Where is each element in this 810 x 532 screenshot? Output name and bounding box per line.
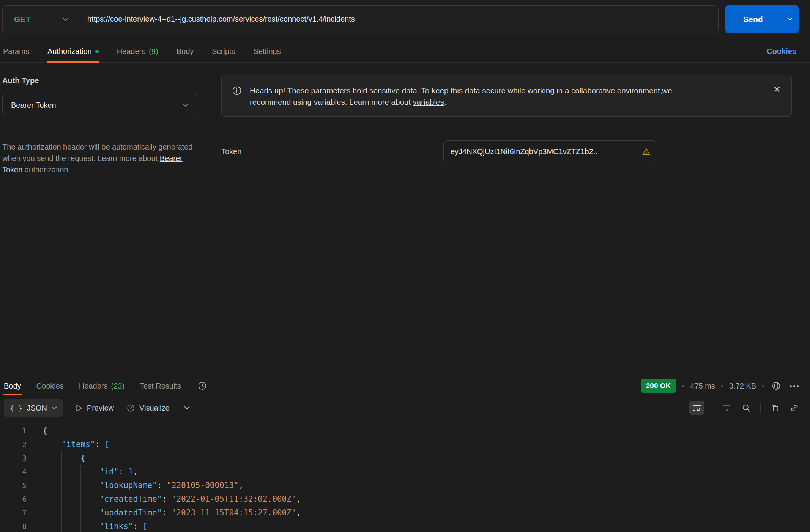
more-options-icon[interactable] [788, 384, 800, 389]
request-editor: Auth Type Bearer Token The authorization… [0, 63, 810, 375]
auth-type-select[interactable]: Bearer Token [2, 94, 197, 116]
method-selector[interactable]: GET [3, 6, 79, 33]
tab-response-cookies[interactable]: Cookies [36, 375, 64, 397]
banner-text: Heads up! These parameters hold sensitiv… [250, 85, 761, 107]
send-button[interactable]: Send [725, 5, 781, 33]
tab-params[interactable]: Params [3, 41, 29, 62]
format-label: JSON [27, 404, 47, 412]
line-number: 5 [0, 478, 27, 492]
line-number: 6 [0, 492, 27, 506]
tab-label: Params [3, 47, 29, 56]
code-line: 6"createdTime": "2022-01-05T11:32:02.000… [0, 492, 810, 506]
viewer-right-tools [689, 401, 800, 415]
tab-label: Authorization [47, 47, 92, 56]
line-number: 8 [0, 519, 27, 532]
auth-description: The authorization header will be automat… [2, 141, 197, 175]
tab-label: Body [4, 382, 21, 390]
ellipsis-dots [790, 385, 799, 387]
send-button-group: Send [725, 5, 799, 33]
headers-count: (9) [149, 47, 158, 56]
banner-line2: recommend using variables. Learn more ab… [250, 98, 413, 106]
response-time: 475 ms [690, 382, 715, 390]
line-number: 3 [0, 451, 27, 465]
token-input[interactable]: eyJ4NXQjUzI1NiI6InZqbVp3MC1vZTZ1b2.. [443, 140, 656, 162]
response-viewer-toolbar: { } JSON Preview Visualize [0, 397, 810, 419]
visualize-button[interactable]: Visualize [127, 404, 170, 412]
variables-link[interactable]: variables [413, 98, 444, 106]
chevron-down-icon [63, 17, 69, 21]
line-number: 7 [0, 506, 27, 519]
line-number: 4 [0, 465, 27, 478]
tab-label: Test Results [140, 382, 181, 390]
tab-label: Cookies [36, 382, 64, 390]
tab-test-results[interactable]: Test Results [140, 375, 181, 397]
chevron-down-icon [52, 406, 57, 410]
preview-label: Preview [87, 404, 114, 412]
tab-response-headers[interactable]: Headers (23) [79, 375, 124, 397]
request-bar: GET Send [0, 0, 810, 33]
modified-dot [95, 50, 99, 53]
tab-headers[interactable]: Headers (9) [117, 41, 158, 62]
status-badge: 200 OK [641, 379, 676, 393]
code-line: 7"updatedTime": "2023-11-15T04:15:27.000… [0, 506, 810, 519]
code-line: 1{ [0, 424, 810, 438]
copy-icon[interactable] [769, 402, 780, 414]
format-selector[interactable]: { } JSON [4, 399, 63, 417]
braces-icon: { } [10, 404, 22, 412]
divider [713, 403, 713, 413]
response-tabs: Body Cookies Headers (23) Test Results 2… [0, 375, 810, 397]
filter-icon[interactable] [722, 403, 732, 412]
code-line: 8"links": [ [0, 519, 810, 532]
divider [760, 403, 761, 413]
banner-line2-end: . [444, 98, 446, 106]
tab-body[interactable]: Body [176, 41, 194, 62]
url-input[interactable] [79, 6, 718, 33]
response-meta: 200 OK 475 ms 3.72 KB [641, 379, 800, 393]
chevron-down-icon[interactable] [183, 405, 191, 411]
warning-icon [642, 148, 650, 155]
tab-settings[interactable]: Settings [253, 41, 281, 62]
tab-label: Body [176, 47, 194, 56]
method-label: GET [14, 15, 31, 24]
api-client-app: GET Send Params Authorization [0, 0, 810, 532]
tab-authorization[interactable]: Authorization [47, 41, 99, 62]
tab-label: Headers [117, 47, 146, 56]
wrap-text-icon[interactable] [689, 401, 704, 415]
url-box: GET [2, 5, 719, 33]
line-number: 2 [0, 438, 27, 451]
code-line: 4"id": 1, [0, 465, 810, 478]
response-code[interactable]: 1{2"items": [3{4"id": 1,5"lookupName": "… [0, 419, 810, 532]
send-options-button[interactable] [781, 5, 799, 33]
auth-description-text: authorization. [22, 165, 70, 174]
search-icon[interactable] [741, 402, 752, 414]
response-headers-count: (23) [111, 382, 124, 390]
tab-label: Scripts [212, 47, 235, 56]
request-tabs: Params Authorization Headers (9) Body Sc… [0, 41, 810, 63]
dot-separator [682, 385, 684, 387]
visualize-icon [127, 404, 135, 412]
auth-type-value: Bearer Token [11, 101, 56, 110]
play-icon [76, 405, 82, 412]
tab-label: Headers [79, 382, 108, 390]
preview-button[interactable]: Preview [76, 404, 114, 412]
token-row: Token eyJ4NXQjUzI1NiI6InZqbVp3MC1vZTZ1b2… [221, 140, 792, 162]
auth-details-panel: Heads up! These parameters hold sensitiv… [209, 63, 810, 375]
tab-label: Settings [253, 47, 281, 56]
token-value: eyJ4NXQjUzI1NiI6InZqbVp3MC1vZTZ1b2.. [451, 147, 640, 156]
visualize-label: Visualize [139, 404, 170, 412]
code-line: 2"items": [ [0, 438, 810, 451]
info-icon [232, 86, 241, 97]
cookies-link[interactable]: Cookies [767, 47, 796, 56]
link-icon[interactable] [789, 402, 800, 414]
chevron-down-icon [787, 17, 793, 21]
code-line: 3{ [0, 451, 810, 465]
close-icon[interactable]: ✕ [773, 85, 781, 94]
history-icon[interactable] [196, 380, 208, 392]
tab-scripts[interactable]: Scripts [212, 41, 235, 62]
dot-separator [721, 385, 723, 387]
line-number: 1 [0, 424, 27, 438]
chevron-down-icon [183, 103, 189, 107]
banner-line1: Heads up! These parameters hold sensitiv… [250, 86, 672, 95]
tab-response-body[interactable]: Body [4, 375, 21, 397]
network-globe-icon[interactable] [770, 380, 782, 392]
